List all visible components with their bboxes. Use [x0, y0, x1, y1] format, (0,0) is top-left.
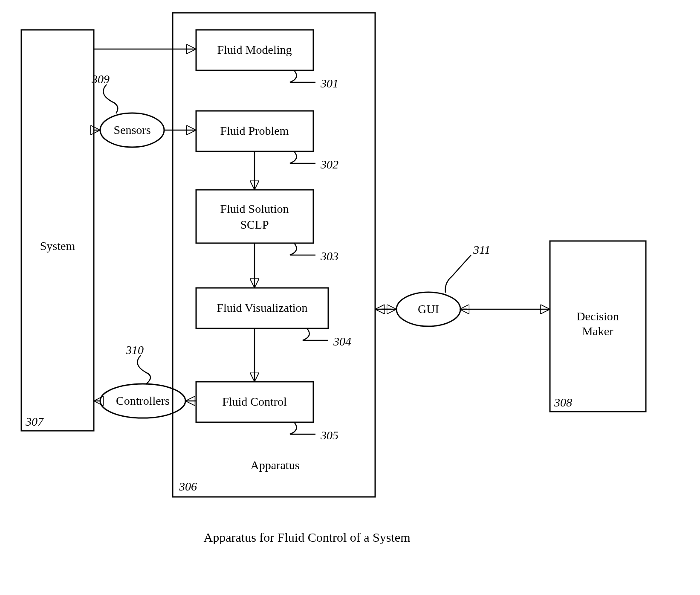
fluid-problem-leader — [290, 151, 315, 163]
fluid-control-ref: 305 — [320, 429, 338, 442]
gui-label: GUI — [418, 302, 439, 316]
fluid-solution-leader — [290, 243, 315, 255]
controllers-label: Controllers — [116, 394, 170, 407]
fluid-visualization-leader — [303, 328, 328, 340]
fluid-solution-label-1: Fluid Solution — [220, 202, 289, 215]
gui-ref: 311 — [473, 243, 490, 256]
fluid-visualization-ref: 304 — [333, 335, 351, 348]
system-ref: 307 — [25, 415, 44, 428]
sensors-leader — [103, 84, 118, 113]
fluid-modeling-ref: 301 — [320, 77, 338, 90]
fluid-solution-ref: 303 — [320, 250, 338, 263]
figure-caption: Apparatus for Fluid Control of a System — [204, 530, 411, 544]
apparatus-label: Apparatus — [250, 459, 299, 472]
sensors-label: Sensors — [113, 123, 150, 136]
apparatus-ref: 306 — [179, 480, 197, 493]
fluid-control-leader — [290, 422, 315, 434]
fluid-control-label: Fluid Control — [222, 395, 287, 408]
fluid-solution-label-2: SCLP — [240, 218, 269, 231]
gui-leader — [445, 255, 471, 293]
fluid-modeling-leader — [290, 70, 315, 82]
fluid-visualization-label: Fluid Visualization — [217, 301, 307, 314]
system-block — [21, 30, 94, 431]
sensors-ref: 309 — [91, 73, 110, 86]
decision-maker-ref: 308 — [554, 396, 572, 409]
controllers-ref: 310 — [125, 343, 144, 357]
fluid-problem-ref: 302 — [320, 158, 338, 171]
fluid-problem-label: Fluid Problem — [220, 124, 289, 137]
decision-maker-label-1: Decision — [576, 310, 619, 323]
decision-maker-label-2: Maker — [582, 325, 613, 338]
fluid-modeling-label: Fluid Modeling — [217, 43, 292, 56]
system-label: System — [40, 239, 75, 253]
controllers-leader — [137, 355, 150, 384]
apparatus-block — [173, 13, 375, 497]
fluid-solution-block — [196, 190, 313, 243]
